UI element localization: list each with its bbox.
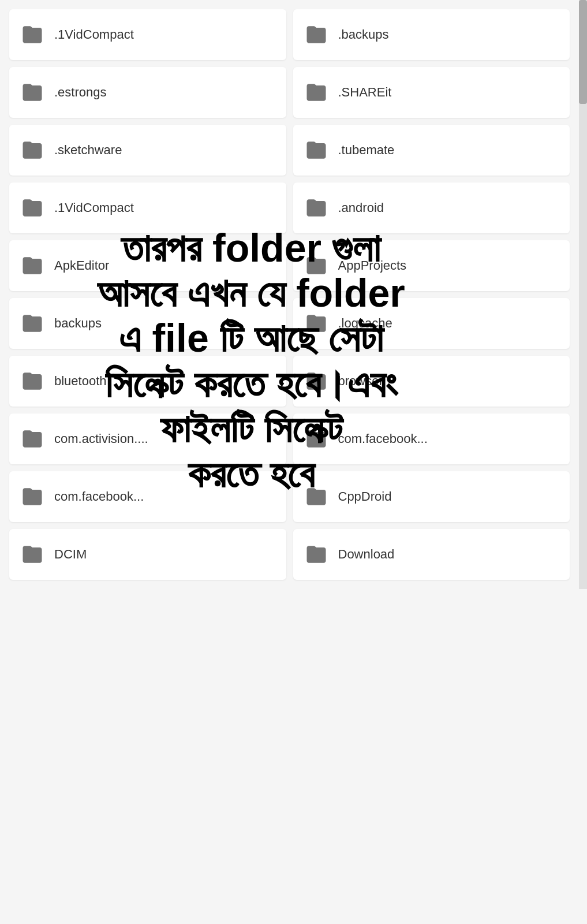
folder-icon: [304, 22, 329, 47]
folder-icon: [304, 368, 329, 394]
folder-item-appprojects[interactable]: AppProjects: [293, 240, 570, 291]
folder-icon: [20, 542, 45, 567]
folder-icon: [20, 426, 45, 452]
folder-icon: [304, 137, 329, 163]
folder-item-bluetooth[interactable]: bluetooth: [9, 356, 286, 407]
folder-item-android[interactable]: .android: [293, 182, 570, 233]
folder-name: .sketchware: [54, 143, 122, 158]
folder-icon: [304, 426, 329, 452]
folder-icon: [304, 195, 329, 221]
folder-grid: .1VidCompact .backups .estrongs .SHAREit…: [0, 0, 587, 589]
folder-icon: [304, 253, 329, 278]
folder-item-estrongs[interactable]: .estrongs: [9, 67, 286, 118]
folder-item-com-activision[interactable]: com.activision....: [9, 413, 286, 464]
folder-name: Download: [338, 547, 395, 562]
folder-icon: [304, 484, 329, 509]
folder-item-backups[interactable]: backups: [9, 298, 286, 349]
folder-icon: [20, 137, 45, 163]
scrollbar[interactable]: [579, 0, 587, 589]
folder-name: .estrongs: [54, 85, 107, 100]
folder-item-tubemate[interactable]: .tubemate: [293, 125, 570, 176]
folder-name: AppProjects: [338, 258, 407, 273]
folder-icon: [20, 311, 45, 336]
folder-item-backups-top[interactable]: .backups: [293, 9, 570, 60]
folder-item-logcache[interactable]: .logcache: [293, 298, 570, 349]
folder-name: browser: [338, 374, 383, 389]
folder-icon: [20, 484, 45, 509]
folder-name: DCIM: [54, 547, 87, 562]
folder-item-sketchware[interactable]: .sketchware: [9, 125, 286, 176]
folder-item-apkeditor[interactable]: ApkEditor: [9, 240, 286, 291]
folder-name: ApkEditor: [54, 258, 109, 273]
folder-item-1vidcompact2[interactable]: .1VidCompact: [9, 182, 286, 233]
folder-name: .1VidCompact: [54, 27, 134, 42]
folder-item-com-facebook2[interactable]: com.facebook...: [9, 471, 286, 522]
folder-name: CppDroid: [338, 489, 392, 504]
folder-icon: [20, 253, 45, 278]
folder-item-cppdroid[interactable]: CppDroid: [293, 471, 570, 522]
folder-name: com.activision....: [54, 431, 148, 446]
folder-name: .android: [338, 200, 384, 215]
folder-item-shareit[interactable]: .SHAREit: [293, 67, 570, 118]
folder-icon: [304, 80, 329, 105]
folder-icon: [20, 80, 45, 105]
folder-name: com.facebook...: [54, 489, 144, 504]
folder-icon: [20, 195, 45, 221]
folder-name: .backups: [338, 27, 389, 42]
folder-icon: [304, 311, 329, 336]
folder-name: .tubemate: [338, 143, 395, 158]
folder-name: .logcache: [338, 316, 392, 331]
folder-icon: [304, 542, 329, 567]
folder-item-browser[interactable]: browser: [293, 356, 570, 407]
folder-name: bluetooth: [54, 374, 107, 389]
folder-icon: [20, 22, 45, 47]
folder-item-com-facebook1[interactable]: com.facebook...: [293, 413, 570, 464]
folder-name: .1VidCompact: [54, 200, 134, 215]
folder-icon: [20, 368, 45, 394]
folder-name: .SHAREit: [338, 85, 392, 100]
folder-item-1vidcompact[interactable]: .1VidCompact: [9, 9, 286, 60]
folder-item-dcim[interactable]: DCIM: [9, 529, 286, 580]
scrollbar-thumb[interactable]: [579, 0, 587, 104]
folder-name: backups: [54, 316, 102, 331]
folder-item-download[interactable]: Download: [293, 529, 570, 580]
folder-name: com.facebook...: [338, 431, 428, 446]
